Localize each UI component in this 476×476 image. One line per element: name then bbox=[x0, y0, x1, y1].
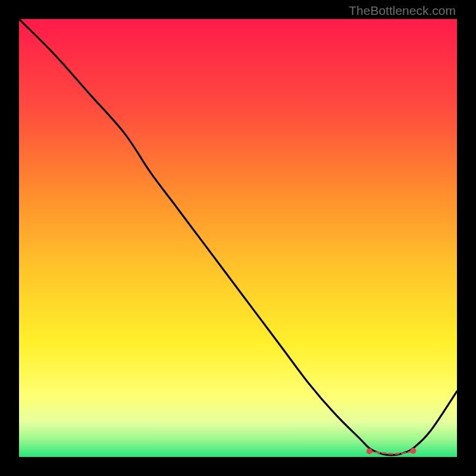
svg-point-0 bbox=[367, 448, 372, 454]
chart-background bbox=[19, 19, 457, 457]
watermark-text: TheBottleneck.com bbox=[349, 4, 456, 18]
svg-point-1 bbox=[410, 448, 416, 454]
chart-frame bbox=[19, 19, 457, 457]
chart-svg bbox=[19, 19, 457, 457]
